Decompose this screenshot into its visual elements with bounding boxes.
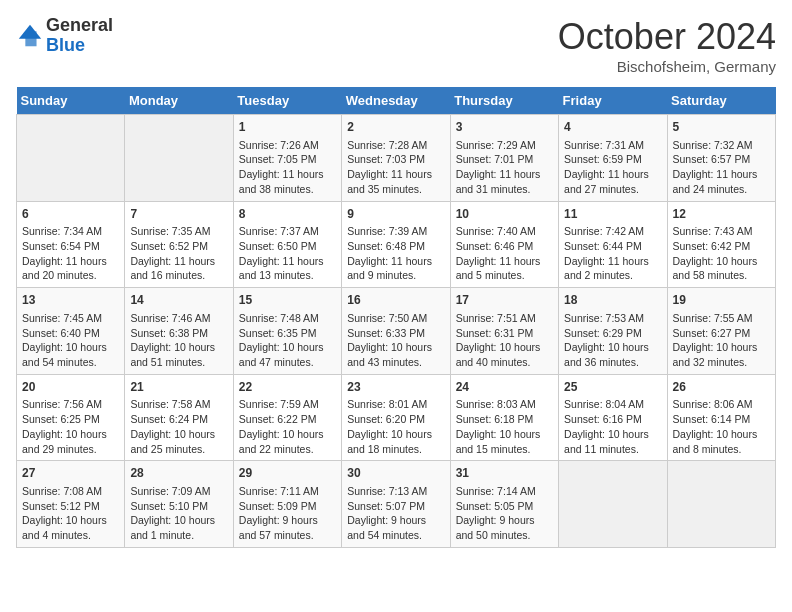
cell-text: Daylight: 11 hours and 24 minutes.	[673, 167, 770, 196]
svg-marker-1	[25, 31, 36, 46]
calendar-cell: 16Sunrise: 7:50 AMSunset: 6:33 PMDayligh…	[342, 288, 450, 375]
calendar-cell: 14Sunrise: 7:46 AMSunset: 6:38 PMDayligh…	[125, 288, 233, 375]
cell-text: Daylight: 10 hours and 36 minutes.	[564, 340, 661, 369]
cell-text: Sunrise: 7:11 AM	[239, 484, 336, 499]
cell-text: Daylight: 10 hours and 15 minutes.	[456, 427, 553, 456]
cell-text: Daylight: 11 hours and 2 minutes.	[564, 254, 661, 283]
day-number: 21	[130, 379, 227, 396]
day-number: 12	[673, 206, 770, 223]
calendar-cell: 18Sunrise: 7:53 AMSunset: 6:29 PMDayligh…	[559, 288, 667, 375]
weekday-header-wednesday: Wednesday	[342, 87, 450, 115]
calendar-cell: 6Sunrise: 7:34 AMSunset: 6:54 PMDaylight…	[17, 201, 125, 288]
cell-text: Sunrise: 7:37 AM	[239, 224, 336, 239]
cell-text: Daylight: 10 hours and 11 minutes.	[564, 427, 661, 456]
calendar-cell: 25Sunrise: 8:04 AMSunset: 6:16 PMDayligh…	[559, 374, 667, 461]
cell-text: Daylight: 11 hours and 35 minutes.	[347, 167, 444, 196]
cell-text: Daylight: 10 hours and 8 minutes.	[673, 427, 770, 456]
calendar-cell	[667, 461, 775, 548]
cell-text: Sunset: 6:59 PM	[564, 152, 661, 167]
cell-text: Sunset: 6:46 PM	[456, 239, 553, 254]
calendar-cell: 5Sunrise: 7:32 AMSunset: 6:57 PMDaylight…	[667, 115, 775, 202]
month-title: October 2024	[558, 16, 776, 58]
logo-icon	[16, 22, 44, 50]
cell-text: Sunset: 5:12 PM	[22, 499, 119, 514]
calendar-cell: 20Sunrise: 7:56 AMSunset: 6:25 PMDayligh…	[17, 374, 125, 461]
day-number: 1	[239, 119, 336, 136]
cell-text: Sunrise: 7:09 AM	[130, 484, 227, 499]
day-number: 19	[673, 292, 770, 309]
calendar-cell: 30Sunrise: 7:13 AMSunset: 5:07 PMDayligh…	[342, 461, 450, 548]
cell-text: Sunrise: 7:42 AM	[564, 224, 661, 239]
cell-text: Daylight: 9 hours and 57 minutes.	[239, 513, 336, 542]
cell-text: Sunrise: 7:51 AM	[456, 311, 553, 326]
calendar-cell: 3Sunrise: 7:29 AMSunset: 7:01 PMDaylight…	[450, 115, 558, 202]
day-number: 8	[239, 206, 336, 223]
cell-text: Daylight: 10 hours and 4 minutes.	[22, 513, 119, 542]
calendar-cell: 4Sunrise: 7:31 AMSunset: 6:59 PMDaylight…	[559, 115, 667, 202]
cell-text: Sunset: 6:44 PM	[564, 239, 661, 254]
day-number: 15	[239, 292, 336, 309]
cell-text: Daylight: 10 hours and 43 minutes.	[347, 340, 444, 369]
day-number: 13	[22, 292, 119, 309]
calendar-cell: 29Sunrise: 7:11 AMSunset: 5:09 PMDayligh…	[233, 461, 341, 548]
cell-text: Sunrise: 7:53 AM	[564, 311, 661, 326]
weekday-header-friday: Friday	[559, 87, 667, 115]
cell-text: Daylight: 10 hours and 54 minutes.	[22, 340, 119, 369]
calendar-week-row: 1Sunrise: 7:26 AMSunset: 7:05 PMDaylight…	[17, 115, 776, 202]
cell-text: Sunset: 6:24 PM	[130, 412, 227, 427]
calendar-cell: 31Sunrise: 7:14 AMSunset: 5:05 PMDayligh…	[450, 461, 558, 548]
day-number: 10	[456, 206, 553, 223]
cell-text: Sunrise: 7:50 AM	[347, 311, 444, 326]
calendar-cell: 8Sunrise: 7:37 AMSunset: 6:50 PMDaylight…	[233, 201, 341, 288]
cell-text: Sunrise: 8:04 AM	[564, 397, 661, 412]
cell-text: Daylight: 10 hours and 47 minutes.	[239, 340, 336, 369]
calendar-cell: 13Sunrise: 7:45 AMSunset: 6:40 PMDayligh…	[17, 288, 125, 375]
weekday-header-saturday: Saturday	[667, 87, 775, 115]
calendar-cell: 28Sunrise: 7:09 AMSunset: 5:10 PMDayligh…	[125, 461, 233, 548]
cell-text: Daylight: 11 hours and 13 minutes.	[239, 254, 336, 283]
cell-text: Sunrise: 7:40 AM	[456, 224, 553, 239]
cell-text: Sunrise: 7:08 AM	[22, 484, 119, 499]
cell-text: Sunset: 6:54 PM	[22, 239, 119, 254]
cell-text: Sunset: 5:05 PM	[456, 499, 553, 514]
day-number: 17	[456, 292, 553, 309]
cell-text: Sunset: 7:01 PM	[456, 152, 553, 167]
calendar-cell: 19Sunrise: 7:55 AMSunset: 6:27 PMDayligh…	[667, 288, 775, 375]
calendar-cell: 17Sunrise: 7:51 AMSunset: 6:31 PMDayligh…	[450, 288, 558, 375]
cell-text: Sunrise: 8:03 AM	[456, 397, 553, 412]
cell-text: Sunset: 6:29 PM	[564, 326, 661, 341]
calendar-cell: 27Sunrise: 7:08 AMSunset: 5:12 PMDayligh…	[17, 461, 125, 548]
calendar-table: SundayMondayTuesdayWednesdayThursdayFrid…	[16, 87, 776, 548]
day-number: 23	[347, 379, 444, 396]
cell-text: Daylight: 10 hours and 58 minutes.	[673, 254, 770, 283]
calendar-cell: 10Sunrise: 7:40 AMSunset: 6:46 PMDayligh…	[450, 201, 558, 288]
day-number: 2	[347, 119, 444, 136]
day-number: 31	[456, 465, 553, 482]
cell-text: Sunset: 6:40 PM	[22, 326, 119, 341]
day-number: 20	[22, 379, 119, 396]
day-number: 16	[347, 292, 444, 309]
cell-text: Sunset: 6:27 PM	[673, 326, 770, 341]
logo-blue-text: Blue	[46, 35, 85, 55]
title-block: October 2024 Bischofsheim, Germany	[558, 16, 776, 75]
weekday-header-monday: Monday	[125, 87, 233, 115]
cell-text: Sunset: 6:33 PM	[347, 326, 444, 341]
calendar-cell: 26Sunrise: 8:06 AMSunset: 6:14 PMDayligh…	[667, 374, 775, 461]
cell-text: Sunset: 7:03 PM	[347, 152, 444, 167]
location: Bischofsheim, Germany	[558, 58, 776, 75]
cell-text: Daylight: 11 hours and 38 minutes.	[239, 167, 336, 196]
calendar-cell: 22Sunrise: 7:59 AMSunset: 6:22 PMDayligh…	[233, 374, 341, 461]
cell-text: Sunset: 7:05 PM	[239, 152, 336, 167]
calendar-cell: 7Sunrise: 7:35 AMSunset: 6:52 PMDaylight…	[125, 201, 233, 288]
calendar-cell	[559, 461, 667, 548]
cell-text: Sunrise: 7:45 AM	[22, 311, 119, 326]
cell-text: Sunrise: 7:39 AM	[347, 224, 444, 239]
cell-text: Daylight: 11 hours and 20 minutes.	[22, 254, 119, 283]
cell-text: Sunrise: 8:01 AM	[347, 397, 444, 412]
cell-text: Sunrise: 7:48 AM	[239, 311, 336, 326]
day-number: 29	[239, 465, 336, 482]
calendar-cell: 1Sunrise: 7:26 AMSunset: 7:05 PMDaylight…	[233, 115, 341, 202]
cell-text: Sunset: 6:22 PM	[239, 412, 336, 427]
cell-text: Sunrise: 7:58 AM	[130, 397, 227, 412]
calendar-cell: 21Sunrise: 7:58 AMSunset: 6:24 PMDayligh…	[125, 374, 233, 461]
